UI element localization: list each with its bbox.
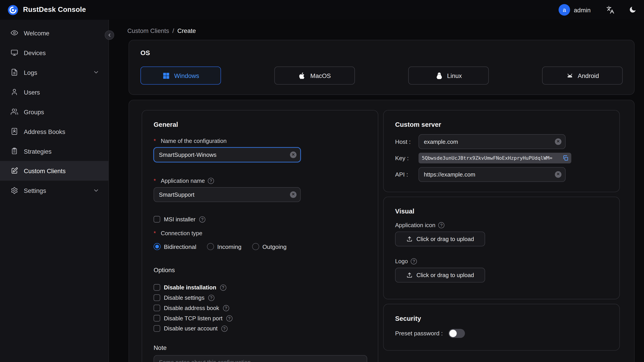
sidebar-item-welcome[interactable]: Welcome bbox=[0, 23, 108, 43]
preset-password-label: Preset password : bbox=[395, 330, 443, 337]
sidebar-item-custom-clients[interactable]: Custom Clients bbox=[0, 161, 108, 181]
radio-incoming[interactable]: Incoming bbox=[207, 243, 242, 250]
os-section: OS Windows bbox=[128, 40, 634, 95]
app-name-label: Application name bbox=[154, 178, 366, 184]
disable-user-account-checkbox[interactable] bbox=[154, 325, 160, 332]
general-title: General bbox=[154, 121, 366, 128]
application-icon-label-text: Application icon bbox=[395, 222, 436, 228]
apple-icon bbox=[298, 72, 306, 80]
custom-server-card: Custom server Host : Key : 5Qbwsde3unUcJ… bbox=[383, 110, 620, 192]
disable-address-book-checkbox[interactable] bbox=[154, 305, 160, 311]
config-name-field bbox=[154, 148, 301, 162]
host-label: Host : bbox=[395, 138, 418, 145]
clear-icon[interactable] bbox=[290, 152, 296, 158]
rustdesk-logo-icon bbox=[8, 4, 18, 15]
config-name-input[interactable] bbox=[154, 148, 301, 162]
help-icon[interactable] bbox=[208, 178, 214, 184]
api-field bbox=[418, 167, 566, 182]
help-icon[interactable] bbox=[199, 216, 205, 222]
api-row: API : bbox=[395, 167, 608, 182]
sidebar-item-address-books[interactable]: Address Books bbox=[0, 122, 108, 141]
msi-installer-checkbox[interactable] bbox=[154, 216, 160, 222]
clear-icon[interactable] bbox=[555, 171, 561, 178]
sidebar-collapse-button[interactable] bbox=[105, 30, 114, 40]
os-section-title: OS bbox=[140, 49, 623, 57]
note-label: Note bbox=[154, 344, 366, 351]
sidebar-item-logs[interactable]: Logs bbox=[0, 62, 108, 82]
sidebar-item-settings[interactable]: Settings bbox=[0, 180, 108, 200]
options-label: Options bbox=[154, 266, 366, 274]
os-button-macos[interactable]: MacOS bbox=[274, 66, 355, 85]
disable-installation-checkbox[interactable] bbox=[154, 284, 160, 290]
clear-icon[interactable] bbox=[555, 138, 561, 145]
api-input[interactable] bbox=[418, 167, 566, 182]
edit-square-icon bbox=[11, 167, 18, 174]
visual-card: Visual Application icon Click or drag to… bbox=[383, 197, 620, 299]
api-label: API : bbox=[395, 171, 418, 178]
help-icon[interactable] bbox=[411, 258, 417, 264]
user-avatar[interactable]: a bbox=[559, 4, 570, 16]
help-icon[interactable] bbox=[223, 305, 229, 311]
users-group-icon bbox=[11, 108, 18, 115]
help-icon[interactable] bbox=[208, 294, 214, 300]
help-icon[interactable] bbox=[226, 315, 232, 321]
connection-type-options: Bidirectional Incoming Outgoing bbox=[154, 243, 366, 250]
language-icon[interactable] bbox=[606, 6, 614, 14]
app-title: RustDesk Console bbox=[23, 6, 86, 14]
chevron-down-icon bbox=[93, 69, 99, 76]
disable-tcp-listen-port-checkbox[interactable] bbox=[154, 315, 160, 322]
host-field bbox=[418, 134, 566, 149]
application-icon-label: Application icon bbox=[395, 222, 608, 228]
android-icon bbox=[566, 72, 574, 80]
sidebar-item-label: Strategies bbox=[24, 148, 52, 154]
sidebar-item-label: Address Books bbox=[24, 128, 65, 135]
user-icon bbox=[11, 88, 18, 96]
os-button-label: Linux bbox=[447, 72, 462, 79]
help-icon[interactable] bbox=[221, 326, 227, 332]
options-list: Disable installation Disable settings Di… bbox=[154, 284, 366, 332]
logo-upload-button[interactable]: Click or drag to upload bbox=[395, 268, 485, 282]
linux-penguin-icon bbox=[435, 72, 443, 80]
preset-password-toggle[interactable] bbox=[448, 329, 465, 338]
key-row: Key : 5Qbwsde3unUcJBtrx9ZkvUmwFNoExHzpry… bbox=[395, 153, 608, 164]
radio-icon bbox=[207, 243, 214, 250]
disable-settings-checkbox[interactable] bbox=[154, 294, 160, 301]
sidebar-item-groups[interactable]: Groups bbox=[0, 102, 108, 122]
sidebar-item-devices[interactable]: Devices bbox=[0, 43, 108, 62]
sidebar-item-strategies[interactable]: Strategies bbox=[0, 141, 108, 161]
address-book-icon bbox=[11, 128, 18, 135]
file-text-icon bbox=[11, 68, 18, 76]
application-icon-upload-button[interactable]: Click or drag to upload bbox=[395, 232, 485, 246]
sidebar-item-users[interactable]: Users bbox=[0, 82, 108, 102]
key-value-pill: 5Qbwsde3unUcJBtrx9ZkvUmwFNoExHzpryHuPUdq… bbox=[418, 153, 572, 164]
note-textarea[interactable] bbox=[154, 355, 367, 362]
user-name[interactable]: admin bbox=[574, 6, 591, 13]
host-input[interactable] bbox=[418, 134, 566, 149]
host-row: Host : bbox=[395, 134, 608, 149]
radio-label: Incoming bbox=[217, 243, 242, 250]
option-label: Disable settings bbox=[164, 294, 204, 301]
copy-icon[interactable] bbox=[562, 155, 569, 161]
help-icon[interactable] bbox=[220, 284, 226, 290]
radio-outgoing[interactable]: Outgoing bbox=[252, 243, 286, 250]
clear-icon[interactable] bbox=[290, 191, 296, 198]
os-button-android[interactable]: Android bbox=[542, 66, 622, 85]
visual-title: Visual bbox=[395, 208, 608, 215]
radio-icon bbox=[252, 243, 259, 250]
option-disable-tcp-listen-port: Disable TCP listen port bbox=[154, 315, 366, 322]
os-button-windows[interactable]: Windows bbox=[140, 66, 221, 85]
windows-icon bbox=[162, 72, 170, 80]
sidebar-item-label: Welcome bbox=[24, 29, 49, 36]
option-label: Disable TCP listen port bbox=[164, 315, 222, 322]
help-icon[interactable] bbox=[438, 222, 444, 228]
connection-type-label: Connection type bbox=[154, 230, 366, 236]
radio-icon bbox=[154, 243, 161, 250]
upload-button-label: Click or drag to upload bbox=[416, 272, 474, 278]
breadcrumb-parent[interactable]: Custom Clients bbox=[127, 27, 169, 34]
sidebar-item-label: Groups bbox=[24, 108, 44, 115]
radio-bidirectional[interactable]: Bidirectional bbox=[154, 243, 196, 250]
toggle-knob bbox=[449, 330, 457, 337]
os-button-linux[interactable]: Linux bbox=[408, 66, 489, 85]
dark-mode-icon[interactable] bbox=[628, 6, 636, 14]
app-name-input[interactable] bbox=[154, 187, 301, 202]
